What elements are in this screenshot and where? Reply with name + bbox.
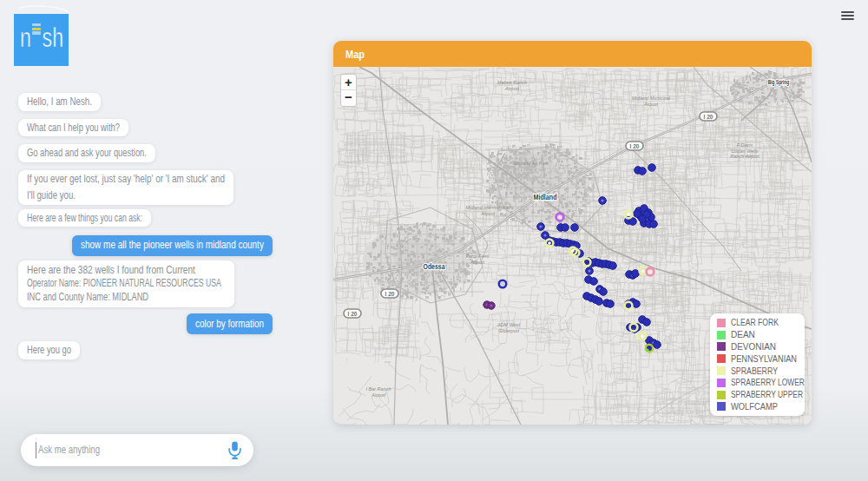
svg-text:Airport: Airport	[470, 260, 485, 265]
svg-text:Midland Air Park: Midland Air Park	[514, 161, 549, 166]
svg-text:ADM West: ADM West	[496, 322, 521, 327]
svg-text:I 20: I 20	[385, 291, 395, 297]
svg-text:I Bar Ranch: I Bar Ranch	[365, 386, 391, 392]
svg-text:I 20: I 20	[704, 114, 713, 120]
svg-text:Midland: Midland	[534, 193, 557, 201]
svg-text:Mabee Ranch: Mabee Ranch	[497, 80, 527, 85]
svg-text:F Davis: F Davis	[737, 142, 753, 148]
svg-text:Midland International: Midland International	[465, 205, 510, 210]
svg-text:Odessa: Odessa	[424, 262, 446, 271]
svg-text:Big Spring: Big Spring	[768, 79, 790, 86]
svg-text:Airport: Airport	[371, 392, 386, 398]
svg-text:Lucian Wells: Lucian Wells	[731, 148, 758, 154]
svg-text:Farm Fees: Farm Fees	[466, 254, 490, 259]
svg-text:I 20: I 20	[630, 143, 640, 149]
svg-text:I 20: I 20	[348, 311, 358, 317]
svg-text:Airport: Airport	[504, 86, 520, 91]
svg-text:Airport: Airport	[480, 211, 496, 216]
svg-text:Ranch Airport: Ranch Airport	[730, 154, 760, 159]
svg-text:Gliderport: Gliderport	[498, 328, 520, 333]
svg-text:Midland Municipal: Midland Municipal	[632, 96, 671, 101]
svg-text:Airport: Airport	[643, 102, 659, 107]
